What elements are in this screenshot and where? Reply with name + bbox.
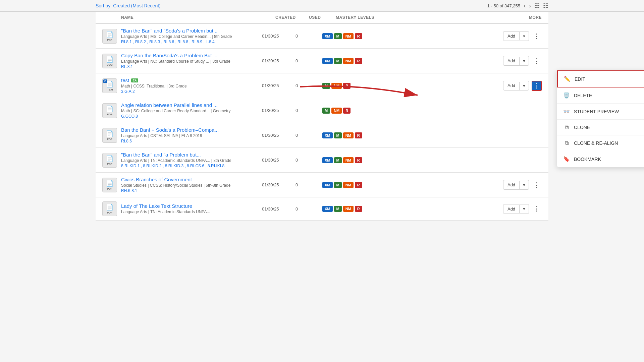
- more-options-button[interactable]: ⋮: [532, 204, 542, 214]
- sort-bar: Sort by: Created (Most Recent) 1 - 50 of…: [0, 0, 644, 12]
- badge-nm: NM: [331, 108, 342, 114]
- bookmark-icon: 🔖: [563, 156, 570, 162]
- bookmark-menu-item[interactable]: 🔖 BOOKMARK: [557, 151, 644, 167]
- row-used: 0: [296, 158, 322, 163]
- row-title[interactable]: "Ban the Ban" and "a Problem but...: [121, 152, 262, 158]
- badge-r: R: [355, 182, 362, 188]
- edit-label: EDIT: [575, 76, 585, 82]
- row-created: 01/30/25: [262, 58, 296, 63]
- row-title[interactable]: test EA: [121, 77, 262, 83]
- row-title[interactable]: Civics Branches of Government: [121, 177, 262, 182]
- clone-realign-menu-item[interactable]: ⧉ CLONE & RE-ALIGN: [557, 135, 644, 151]
- row-meta: Language Arts | NC: Standard Course of S…: [121, 59, 262, 64]
- pagination-info: 1 - 50 of 347,255: [487, 3, 520, 8]
- add-button[interactable]: Add ▼: [503, 81, 529, 90]
- table-row: 📄 PDF Ban the Ban! + Soda's a Problem–Co…: [96, 123, 548, 148]
- next-page-icon[interactable]: ›: [529, 2, 531, 9]
- row-created: 01/30/25: [262, 206, 296, 212]
- row-tags: RH.6-8.1: [121, 188, 262, 193]
- table-header: NAME CREATED USED MASTERY LEVELS MORE: [96, 12, 548, 24]
- row-used: 0: [296, 58, 322, 63]
- grid-view-icon[interactable]: ☷: [543, 2, 548, 9]
- badge-r: R: [355, 157, 362, 163]
- row-title[interactable]: Lady of The Lake Text Structure: [121, 203, 262, 209]
- delete-menu-item[interactable]: 🗑️ DELETE: [557, 87, 644, 104]
- clone-icon: ⧉: [563, 124, 570, 130]
- delete-label: DELETE: [574, 93, 592, 98]
- col-header-more: MORE: [501, 15, 542, 20]
- row-title[interactable]: Angle relation between Parallel lines an…: [121, 102, 262, 108]
- clone-realign-label: CLONE & RE-ALIGN: [574, 140, 618, 146]
- row-tags: RI.8.6: [121, 139, 262, 143]
- row-created: 01/30/25: [262, 133, 296, 138]
- badge-m: M: [334, 33, 342, 39]
- table-row: 📄 PDF Lady of The Lake Text Structure La…: [96, 197, 548, 221]
- row-content: Ban the Ban! + Soda's a Problem–Compa...…: [121, 127, 262, 143]
- badge-m: M: [334, 58, 342, 64]
- row-meta: Language Arts | MS: College and Career R…: [121, 34, 262, 39]
- row-meta: Language Arts | TN: Academic Standards U…: [121, 158, 262, 163]
- more-options-button[interactable]: ⋮: [532, 31, 542, 41]
- badge-r: R: [343, 83, 351, 89]
- table-row: 📄 PDF Civics Branches of Government Soci…: [96, 173, 548, 197]
- row-content: "Ban the Ban" and "a Problem but... Lang…: [121, 152, 262, 168]
- table-row: D 📄 ITEM test EA Math | CCSS: Traditiona…: [96, 73, 548, 98]
- row-content: Civics Branches of Government Social Stu…: [121, 177, 262, 193]
- more-options-button[interactable]: ⋮: [532, 180, 542, 190]
- badge-nm: NM: [343, 182, 354, 188]
- row-used: 0: [296, 108, 322, 113]
- badge-xm: XM: [322, 182, 333, 188]
- more-options-button[interactable]: ⋮: [532, 81, 542, 91]
- col-header-name: NAME: [121, 15, 275, 20]
- page-container: Sort by: Created (Most Recent) 1 - 50 of…: [0, 0, 644, 362]
- row-mastery: XM M NM R: [322, 182, 389, 188]
- table-row: 📄 PDF Angle relation between Parallel li…: [96, 98, 548, 123]
- row-mastery: XM M NM R: [322, 132, 389, 138]
- bar-right: 1 - 50 of 347,255 ‹ › ☷ ☷: [487, 2, 548, 9]
- row-content: "Ban the Ban" and "Soda's a Problem but.…: [121, 28, 262, 44]
- row-actions: Add ▼ ⋮: [503, 180, 542, 190]
- row-used: 0: [296, 133, 322, 138]
- row-actions: Add ▼ ⋮: [503, 31, 542, 41]
- add-button[interactable]: Add ▼: [503, 204, 529, 214]
- row-content: test EA Math | CCSS: Traditional | 3rd G…: [121, 77, 262, 94]
- add-button[interactable]: Add ▼: [503, 180, 529, 190]
- row-icon: 📄 PDF: [102, 128, 117, 143]
- prev-page-icon[interactable]: ‹: [524, 2, 526, 9]
- more-options-button[interactable]: ⋮: [532, 56, 542, 66]
- badge-nm: NM: [343, 33, 354, 39]
- row-actions: Add ▼ ⋮: [503, 81, 542, 91]
- badge-m: M: [334, 132, 342, 138]
- row-title[interactable]: Copy Ban the Ban/Soda's a Problem But ..…: [121, 53, 262, 58]
- add-button[interactable]: Add ▼: [503, 56, 529, 66]
- row-icon: 📄 PDF: [102, 178, 117, 192]
- row-meta: Language Arts | CSTM: SALINA | ELA 8 201…: [121, 133, 262, 138]
- row-title[interactable]: Ban the Ban! + Soda's a Problem–Compa...: [121, 127, 262, 133]
- row-tags: 8.RI.KID.1 , 8.RI.KID.2 , 8.RI.KID.3 , 8…: [121, 164, 262, 168]
- row-used: 0: [296, 83, 322, 88]
- row-used: 0: [296, 206, 322, 212]
- clone-menu-item[interactable]: ⧉ CLONE: [557, 120, 644, 135]
- row-content: Copy Ban the Ban/Soda's a Problem But ..…: [121, 53, 262, 69]
- row-icon: 📄 PDF: [102, 29, 117, 44]
- row-title[interactable]: "Ban the Ban" and "Soda's a Problem but.…: [121, 28, 262, 34]
- col-header-created: CREATED: [275, 15, 309, 20]
- table-row: 📄 PDF "Ban the Ban" and "Soda's a Proble…: [96, 24, 548, 49]
- row-icon: 📄 DOC: [102, 54, 117, 68]
- list-view-icon[interactable]: ☷: [534, 2, 540, 9]
- col-header-used: USED: [309, 15, 336, 20]
- badge-xm: XM: [322, 33, 333, 39]
- edit-menu-item[interactable]: ✏️ EDIT: [557, 70, 644, 87]
- row-tags: G.GCO.8: [121, 114, 262, 119]
- badge-m: M: [334, 157, 342, 163]
- row-used: 0: [296, 182, 322, 187]
- row-meta: Math | CCSS: Traditional | 3rd Grade: [121, 84, 262, 88]
- row-meta: Math | SC: College and Career Ready Stan…: [121, 109, 262, 113]
- student-preview-menu-item[interactable]: 👓 STUDENT PREVIEW: [557, 104, 644, 120]
- badge-m: M: [334, 206, 342, 212]
- add-button[interactable]: Add ▼: [503, 31, 529, 41]
- sort-label[interactable]: Sort by: Created (Most Recent): [96, 3, 161, 8]
- clone-label: CLONE: [574, 125, 590, 130]
- badge-nm: NM: [343, 206, 354, 212]
- row-mastery: M NM R: [322, 83, 389, 89]
